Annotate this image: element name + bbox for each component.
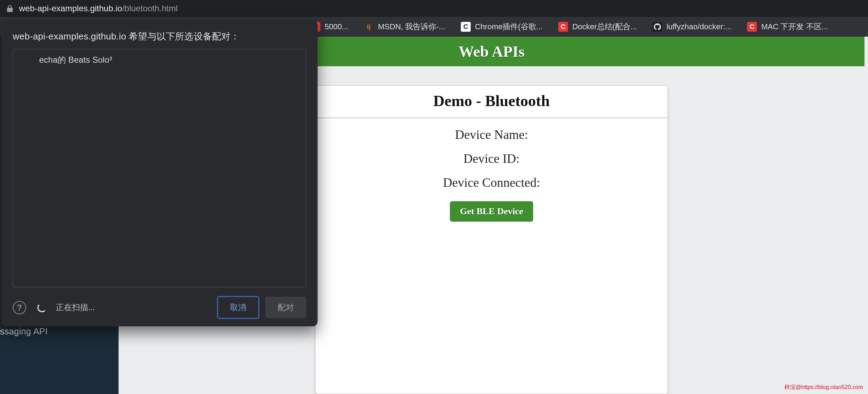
page-title: Web APIs: [458, 43, 524, 61]
bookmark-label: luffyzhao/docker:...: [667, 22, 731, 31]
bookmark-docker-icon: C: [558, 22, 568, 32]
spinner-icon: [37, 303, 47, 312]
bookmark-github[interactable]: luffyzhao/docker:...: [652, 22, 731, 32]
bluetooth-pairing-dialog: web-api-examples.github.io 希望与以下所选设备配对： …: [1, 20, 318, 326]
bookmark-label: MSDN, 我告诉你-...: [378, 21, 445, 32]
get-ble-device-button[interactable]: Get BLE Device: [450, 201, 533, 222]
card-title: Demo - Bluetooth: [315, 86, 668, 118]
device-name-label: Device Name:: [315, 127, 668, 142]
url-path: /bluetooth.html: [122, 4, 177, 13]
lock-icon: [6, 5, 14, 12]
pair-button[interactable]: 配对: [265, 297, 306, 318]
device-connected-label: Device Connected:: [315, 175, 668, 190]
bookmark-label: Docker总结(配合...: [572, 21, 637, 32]
device-list[interactable]: echa的 Beats Solo³: [13, 49, 306, 287]
bookmark-msdn[interactable]: ij MSDN, 我告诉你-...: [364, 21, 445, 32]
bluetooth-card: Demo - Bluetooth Device Name: Device ID:…: [315, 85, 668, 394]
bookmark-mac[interactable]: C MAC 下开发 不区...: [747, 21, 828, 32]
bookmark-label: 5000...: [325, 22, 348, 31]
device-id-label: Device ID:: [315, 151, 668, 166]
github-icon: [652, 22, 662, 32]
watermark: 梓渲@https://blog.ntan520.com: [784, 384, 863, 391]
bookmark-mac-icon: C: [747, 22, 757, 32]
dialog-prompt: web-api-examples.github.io 希望与以下所选设备配对：: [13, 30, 306, 43]
bookmark-chrome[interactable]: C Chrome插件(谷歌...: [461, 21, 543, 32]
dialog-footer: ? 正在扫描... 取消 配对: [13, 296, 306, 319]
bookmark-label: MAC 下开发 不区...: [761, 21, 828, 32]
card-divider: [315, 118, 668, 118]
device-list-item[interactable]: echa的 Beats Solo³: [13, 49, 306, 70]
url-host: web-api-examples.github.io: [19, 4, 122, 13]
bookmark-docker[interactable]: C Docker总结(配合...: [558, 21, 637, 32]
bookmark-label: Chrome插件(谷歌...: [475, 21, 543, 32]
address-bar[interactable]: web-api-examples.github.io/bluetooth.htm…: [0, 0, 868, 17]
bookmark-chrome-icon: C: [461, 22, 471, 32]
scanning-status: 正在扫描...: [56, 302, 217, 313]
bookmark-msdn-icon: ij: [364, 22, 374, 32]
cancel-button[interactable]: 取消: [217, 296, 259, 319]
help-icon[interactable]: ?: [13, 301, 26, 314]
